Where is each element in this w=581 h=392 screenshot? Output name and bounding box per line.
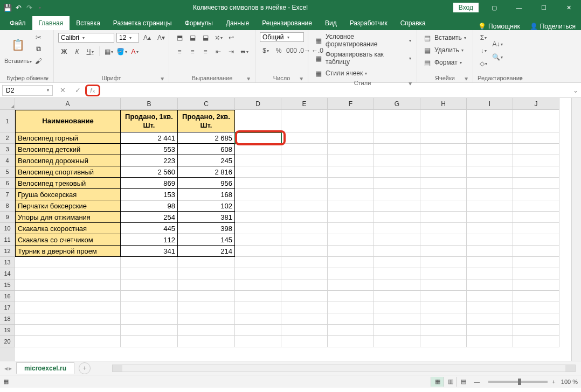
- cell-B13[interactable]: [121, 257, 178, 268]
- cell-I9[interactable]: [467, 212, 513, 223]
- cell-A13[interactable]: [15, 257, 121, 268]
- row-header-5[interactable]: 5: [0, 166, 15, 178]
- cell-H2[interactable]: [420, 132, 467, 144]
- cell-D7[interactable]: [235, 189, 281, 200]
- cell-B20[interactable]: [121, 336, 178, 347]
- cell-I4[interactable]: [467, 155, 513, 166]
- tab-page-layout[interactable]: Разметка страницы: [107, 16, 178, 30]
- cell-C19[interactable]: [178, 325, 235, 336]
- cell-F10[interactable]: [328, 223, 374, 234]
- tab-review[interactable]: Рецензирование: [255, 16, 319, 30]
- merge-cells-icon[interactable]: ⬌▾: [238, 46, 250, 57]
- font-size-combo[interactable]: 12▾: [116, 33, 139, 43]
- percent-icon[interactable]: %: [273, 45, 285, 56]
- close-icon[interactable]: ✕: [556, 0, 581, 15]
- cell-A7[interactable]: Груша боксерская: [15, 189, 121, 200]
- minimize-icon[interactable]: —: [507, 0, 531, 15]
- cell-F11[interactable]: [328, 234, 374, 246]
- cell-I6[interactable]: [467, 178, 513, 189]
- cell-D16[interactable]: [235, 291, 281, 302]
- cell-F13[interactable]: [328, 257, 374, 268]
- cell-D18[interactable]: [235, 313, 281, 325]
- cell-F7[interactable]: [328, 189, 374, 200]
- cell-A20[interactable]: [15, 336, 121, 347]
- cell-A6[interactable]: Велосипед трековый: [15, 178, 121, 189]
- cell-F3[interactable]: [328, 144, 374, 155]
- cell-G19[interactable]: [374, 325, 420, 336]
- cell-B16[interactable]: [121, 291, 178, 302]
- insert-function-button[interactable]: fₓ: [85, 85, 100, 96]
- row-header-14[interactable]: 14: [0, 268, 15, 279]
- cell-F14[interactable]: [328, 268, 374, 279]
- cell-B12[interactable]: 341: [121, 246, 178, 257]
- qat-dropdown-icon[interactable]: ▾: [36, 3, 44, 12]
- row-header-17[interactable]: 17: [0, 302, 15, 313]
- cell-G6[interactable]: [374, 178, 420, 189]
- cell-D14[interactable]: [235, 268, 281, 279]
- align-center-icon[interactable]: ≡: [186, 46, 198, 57]
- column-header-G[interactable]: G: [374, 98, 420, 110]
- zoom-level[interactable]: 100 %: [561, 379, 578, 385]
- cell-J10[interactable]: [513, 223, 559, 234]
- cell-E13[interactable]: [281, 257, 328, 268]
- cell-H10[interactable]: [420, 223, 467, 234]
- sort-filter-icon[interactable]: A↓▾: [492, 39, 503, 50]
- cell-H14[interactable]: [420, 268, 467, 279]
- cell-B4[interactable]: 223: [121, 155, 178, 166]
- cell-H18[interactable]: [420, 313, 467, 325]
- cell-F16[interactable]: [328, 291, 374, 302]
- cell-A18[interactable]: [15, 313, 121, 325]
- cell-I15[interactable]: [467, 279, 513, 291]
- enter-formula-icon[interactable]: ✓: [70, 85, 85, 96]
- cell-F19[interactable]: [328, 325, 374, 336]
- cell-J6[interactable]: [513, 178, 559, 189]
- cell-A3[interactable]: Велосипед детский: [15, 144, 121, 155]
- wrap-text-icon[interactable]: ↩: [225, 32, 237, 43]
- cell-I10[interactable]: [467, 223, 513, 234]
- cell-B9[interactable]: 254: [121, 212, 178, 223]
- row-header-9[interactable]: 9: [0, 212, 15, 223]
- cell-D9[interactable]: [235, 212, 281, 223]
- borders-icon[interactable]: ▦▾: [103, 46, 115, 57]
- page-layout-view-icon[interactable]: ▥: [444, 377, 456, 387]
- row-header-8[interactable]: 8: [0, 200, 15, 212]
- grow-font-icon[interactable]: A▴: [141, 32, 153, 43]
- cell-J20[interactable]: [513, 336, 559, 347]
- tell-me[interactable]: 💡Помощник: [478, 23, 520, 30]
- cell-styles-button[interactable]: ▦Стили ячеек▾: [313, 68, 368, 79]
- ribbon-options-icon[interactable]: ▢: [482, 0, 507, 15]
- shrink-font-icon[interactable]: A▾: [155, 32, 167, 43]
- cell-D1[interactable]: [235, 110, 281, 132]
- cell-B19[interactable]: [121, 325, 178, 336]
- cell-F9[interactable]: [328, 212, 374, 223]
- cell-G8[interactable]: [374, 200, 420, 212]
- italic-button[interactable]: К: [71, 46, 83, 57]
- cell-A16[interactable]: [15, 291, 121, 302]
- cell-C9[interactable]: 381: [178, 212, 235, 223]
- bold-button[interactable]: Ж: [58, 46, 70, 57]
- cell-E1[interactable]: [281, 110, 328, 132]
- cell-B5[interactable]: 2 560: [121, 166, 178, 178]
- tab-home[interactable]: Главная: [32, 16, 70, 30]
- font-color-icon[interactable]: A▾: [129, 46, 141, 57]
- cell-D3[interactable]: [235, 144, 281, 155]
- cell-B17[interactable]: [121, 302, 178, 313]
- cell-A15[interactable]: [15, 279, 121, 291]
- cell-C13[interactable]: [178, 257, 235, 268]
- cell-D19[interactable]: [235, 325, 281, 336]
- cell-G5[interactable]: [374, 166, 420, 178]
- cell-I2[interactable]: [467, 132, 513, 144]
- select-all-corner[interactable]: [0, 98, 15, 110]
- cell-J8[interactable]: [513, 200, 559, 212]
- cell-E4[interactable]: [281, 155, 328, 166]
- cell-E10[interactable]: [281, 223, 328, 234]
- cell-E15[interactable]: [281, 279, 328, 291]
- cell-H19[interactable]: [420, 325, 467, 336]
- cell-H8[interactable]: [420, 200, 467, 212]
- column-header-E[interactable]: E: [281, 98, 328, 110]
- cell-J4[interactable]: [513, 155, 559, 166]
- row-header-1[interactable]: 1: [0, 110, 15, 132]
- cell-I1[interactable]: [467, 110, 513, 132]
- expand-formula-bar-icon[interactable]: ⌄: [570, 87, 581, 94]
- cell-E6[interactable]: [281, 178, 328, 189]
